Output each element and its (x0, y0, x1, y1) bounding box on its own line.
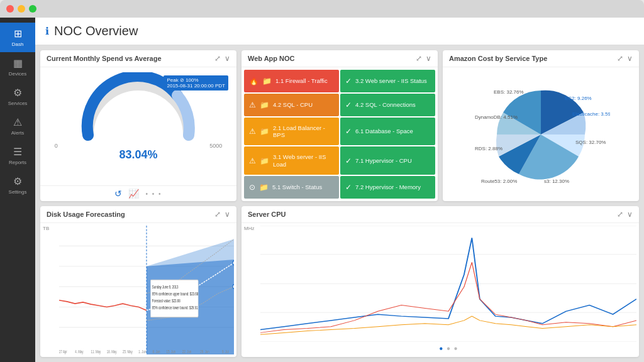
noc-text-r3: 7.1 Hypervisor - CPU (355, 157, 412, 164)
widget-cpu-title: Server CPU (248, 211, 286, 218)
maximize-button[interactable] (29, 5, 36, 13)
widget-cpu-controls: ⤢ ∨ (617, 210, 633, 219)
pie-label-dynamodb: DynamoDB: 4.51% (475, 114, 518, 120)
widget-disk: Disk Usage Forecasting ⤢ ∨ TB (40, 206, 236, 357)
noc-item-r2[interactable]: ✓ 6.1 Database - Space (340, 118, 435, 146)
dash-icon: ⊞ (14, 28, 22, 40)
widget-cpu-header: Server CPU ⤢ ∨ (242, 206, 639, 223)
gauge-trend-icon[interactable]: 📈 (128, 189, 139, 199)
svg-text:11. May: 11. May (91, 349, 101, 354)
expand-disk-button[interactable]: ⤢ (214, 210, 221, 219)
noc-check-icon-2: ✓ (345, 127, 352, 136)
gauge-back-icon[interactable]: ↺ (114, 189, 122, 199)
noc-folder-icon-2: 📁 (260, 127, 269, 136)
sidebar-item-settings[interactable]: ⚙ Settings (0, 170, 35, 200)
noc-text-0: 1.1 Firewall - Traffic (275, 77, 328, 84)
collapse-cpu-button[interactable]: ∨ (627, 210, 633, 219)
cpu-dot-2[interactable]: • (454, 343, 458, 354)
expand-cpu-button[interactable]: ⤢ (617, 210, 623, 219)
noc-item-r3[interactable]: ✓ 7.1 Hypervisor - CPU (340, 146, 435, 175)
pie-container: EC2: 9.26% Elasticache: 3.59% SQS: 32.70… (448, 72, 634, 196)
cpu-dots: • • • (260, 342, 636, 354)
svg-text:4. May: 4. May (75, 349, 84, 354)
noc-grid: 🔥 📁 1.1 Firewall - Traffic ✓ 3.2 Web ser… (244, 70, 435, 199)
sidebar-item-dash[interactable]: ⊞ Dash (0, 23, 35, 52)
services-icon: ⚙ (13, 87, 22, 99)
expand-amazon-button[interactable]: ⤢ (617, 54, 623, 63)
svg-text:Forecast value: $23.68: Forecast value: $23.68 (152, 298, 180, 304)
close-button[interactable] (6, 5, 14, 13)
noc-check-icon-0: ✓ (345, 77, 352, 85)
pie-label-route53: Route53: 2.00% (481, 178, 517, 184)
noc-item-4[interactable]: ⊙ 📁 5.1 Switch - Status (244, 176, 339, 199)
noc-folder-icon-1: 📁 (260, 101, 269, 109)
svg-text:95% confidence upper bound: $2: 95% confidence upper bound: $23.68 (152, 291, 199, 297)
widget-cpu-body: MHz 100 75 50 25 0 (242, 223, 639, 357)
noc-text-3: 3.1 Web server - IIS Load (273, 153, 334, 168)
noc-item-2[interactable]: ⚠ 📁 2.1 Load Balancer - BPS (244, 118, 339, 146)
noc-check-icon-4: ✓ (345, 183, 352, 192)
gauge-value: 83.04% (119, 148, 157, 162)
noc-text-r1: 4.2 SQL - Connections (355, 101, 416, 108)
reports-icon: ☰ (13, 146, 22, 158)
collapse-spend-button[interactable]: ∨ (225, 54, 230, 63)
svg-text:9. Jul: 9. Jul (222, 349, 229, 354)
pie-label-rds: RDS: 2.88% (475, 146, 502, 151)
gauge-container: Peak ⊘ 100% 2015-08-31 20:00:00 PDT 83.0… (45, 72, 231, 180)
cpu-dot-1[interactable]: • (447, 343, 450, 354)
noc-item-0[interactable]: 🔥 📁 1.1 Firewall - Traffic (244, 70, 339, 92)
svg-text:18. May: 18. May (107, 349, 117, 354)
widget-spend-controls: ⤢ ∨ (214, 54, 230, 63)
widget-amazon: Amazon Cost by Service Type ⤢ ∨ (443, 50, 639, 201)
minimize-button[interactable] (18, 5, 25, 13)
expand-spend-button[interactable]: ⤢ (214, 54, 221, 63)
widget-disk-title: Disk Usage Forecasting (47, 211, 125, 218)
disk-chart-svg: Sunday June 9, 2013 95% confidence upper… (59, 226, 234, 354)
noc-warn-icon-1: ⚠ (249, 101, 256, 109)
svg-text:15. Jun: 15. Jun (167, 349, 176, 354)
cpu-dot-active[interactable]: • (440, 343, 443, 354)
info-icon: ℹ (45, 25, 49, 37)
widget-noc-body: 🔥 📁 1.1 Firewall - Traffic ✓ 3.2 Web ser… (242, 67, 438, 201)
sidebar-label-reports: Reports (9, 160, 26, 165)
widget-spend-title: Current Monthly Spend vs Average (47, 55, 162, 62)
noc-item-r0[interactable]: ✓ 3.2 Web server - IIS Status (340, 70, 435, 92)
svg-text:22. Jun: 22. Jun (182, 349, 192, 354)
devices-icon: ▦ (13, 57, 23, 69)
collapse-amazon-button[interactable]: ∨ (627, 54, 633, 63)
pie-svg: EC2: 9.26% Elasticache: 3.59% SQS: 32.70… (472, 81, 610, 188)
alerts-icon: ⚠ (13, 116, 22, 128)
widget-amazon-title: Amazon Cost by Service Type (449, 55, 547, 62)
settings-icon: ⚙ (13, 175, 22, 187)
sidebar-item-alerts[interactable]: ⚠ Alerts (0, 111, 35, 141)
sidebar-item-services[interactable]: ⚙ Services (0, 82, 35, 111)
sidebar: ⊞ Dash ▦ Devices ⚙ Services ⚠ Alerts ☰ R… (0, 18, 35, 362)
widget-amazon-controls: ⤢ ∨ (617, 54, 633, 63)
svg-text:25. May: 25. May (123, 349, 133, 354)
widget-disk-controls: ⤢ ∨ (214, 210, 230, 219)
widget-spend: Current Monthly Spend vs Average ⤢ ∨ Pea… (40, 50, 236, 201)
noc-text-1: 4.2 SQL - CPU (273, 101, 313, 108)
cpu-chart-svg: 100 75 50 25 0 12:00 18:00 (260, 226, 636, 342)
noc-text-r0: 3.2 Web server - IIS Status (355, 77, 427, 84)
noc-item-3[interactable]: ⚠ 📁 3.1 Web server - IIS Load (244, 146, 339, 175)
collapse-disk-button[interactable]: ∨ (225, 210, 230, 219)
noc-item-1[interactable]: ⚠ 📁 4.2 SQL - CPU (244, 94, 339, 116)
svg-text:Sunday June 9, 2013: Sunday June 9, 2013 (152, 284, 179, 290)
sidebar-item-reports[interactable]: ☰ Reports (0, 141, 35, 170)
sidebar-item-devices[interactable]: ▦ Devices (0, 52, 35, 82)
disk-y-label: TB (43, 226, 49, 231)
noc-folder-icon-4: 📁 (259, 183, 269, 192)
cpu-y-label: MHz (244, 226, 254, 231)
noc-item-r1[interactable]: ✓ 4.2 SQL - Connections (340, 94, 435, 116)
svg-text:1. Jun: 1. Jun (138, 349, 146, 354)
sidebar-label-dash: Dash (12, 41, 24, 47)
widget-noc-controls: ⤢ ∨ (416, 54, 431, 63)
noc-warn-icon-2: ⚠ (249, 127, 256, 136)
expand-noc-button[interactable]: ⤢ (416, 54, 422, 63)
noc-check-icon-1: ✓ (345, 101, 352, 109)
app-container: ⊞ Dash ▦ Devices ⚙ Services ⚠ Alerts ☰ R… (0, 18, 644, 362)
collapse-noc-button[interactable]: ∨ (426, 54, 431, 63)
noc-fire-icon: 🔥 (249, 77, 258, 85)
noc-item-r4[interactable]: ✓ 7.2 Hypervisor - Memory (340, 176, 435, 199)
